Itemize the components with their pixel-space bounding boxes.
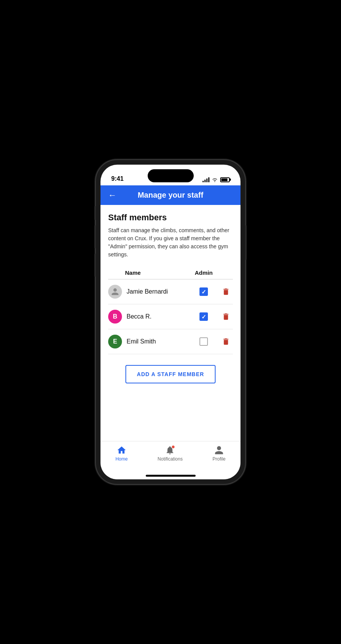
staff-name: Emil Smith [127, 338, 188, 345]
volume-silent-button [94, 206, 96, 220]
back-button[interactable]: ← [108, 191, 117, 200]
trash-icon [222, 337, 230, 346]
bottom-nav: Home Notifications Profile [100, 441, 241, 472]
delete-button[interactable] [219, 337, 233, 346]
power-button [245, 225, 247, 260]
trash-icon [222, 287, 230, 296]
volume-up-button [94, 225, 96, 248]
bell-wrapper [165, 445, 175, 455]
header: ← Manage your staff [100, 185, 241, 205]
home-icon [117, 445, 127, 455]
checkmark-icon: ✓ [201, 314, 206, 320]
delete-button[interactable] [219, 312, 233, 321]
home-indicator [100, 472, 241, 479]
admin-col: ✓ [188, 312, 219, 321]
avatar [108, 285, 122, 299]
volume-down-button [94, 254, 96, 277]
nav-item-notifications[interactable]: Notifications [158, 445, 183, 462]
table-row: Jamie Bernardi ✓ [108, 279, 233, 304]
nav-label-profile: Profile [213, 456, 226, 462]
staff-name: Becca R. [127, 313, 188, 320]
admin-col: ✓ [188, 287, 219, 296]
page-title: Manage your staff [120, 191, 221, 200]
status-time: 9:41 [111, 175, 124, 182]
section-title: Staff members [108, 213, 233, 223]
col-admin-header: Admin [188, 269, 219, 276]
nav-label-notifications: Notifications [158, 456, 183, 462]
nav-item-home[interactable]: Home [115, 445, 128, 462]
table-row: B Becca R. ✓ [108, 304, 233, 329]
avatar: E [108, 335, 122, 348]
admin-checkbox[interactable]: ✓ [199, 312, 208, 321]
signal-icon [203, 177, 209, 182]
dynamic-island [148, 169, 194, 182]
status-icons [203, 177, 230, 182]
nav-label-home: Home [115, 456, 128, 462]
nav-item-profile[interactable]: Profile [213, 445, 226, 462]
table-row: E Emil Smith [108, 329, 233, 354]
add-staff-member-button[interactable]: ADD A STAFF MEMBER [125, 365, 216, 383]
phone-frame: 9:41 ← Manage yo [96, 160, 245, 484]
admin-checkbox[interactable]: ✓ [199, 287, 208, 296]
admin-col [188, 337, 219, 346]
content-area: Staff members Staff can manage the climb… [100, 205, 241, 441]
avatar: B [108, 310, 122, 324]
col-name-header: Name [125, 269, 188, 276]
staff-name: Jamie Bernardi [127, 288, 188, 295]
admin-checkbox[interactable] [199, 337, 208, 346]
wifi-icon [212, 177, 218, 182]
section-description: Staff can manage the climbs, comments, a… [108, 226, 233, 259]
home-bar [146, 475, 196, 477]
checkmark-icon: ✓ [201, 289, 206, 295]
staff-table: Name Admin Jamie Bernardi ✓ [108, 266, 233, 354]
trash-icon [222, 312, 230, 321]
delete-button[interactable] [219, 287, 233, 296]
battery-icon [220, 177, 230, 182]
avatar-letter: E [113, 338, 117, 345]
table-header: Name Admin [108, 266, 233, 279]
profile-icon [214, 445, 224, 455]
phone-screen: 9:41 ← Manage yo [100, 165, 241, 479]
avatar-letter: B [113, 313, 117, 320]
